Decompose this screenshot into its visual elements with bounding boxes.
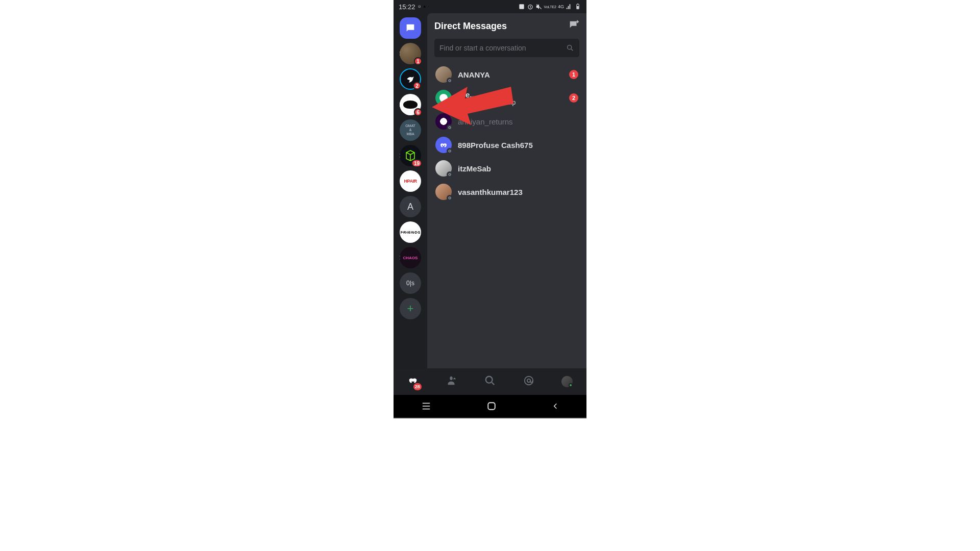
- search-icon: [566, 44, 574, 52]
- dm-row-profuse[interactable]: 898Profuse Cash675: [434, 135, 579, 155]
- signal-icon: [566, 3, 573, 10]
- svg-point-14: [524, 377, 533, 385]
- warning-icon: [423, 5, 426, 8]
- tab-search[interactable]: [484, 375, 496, 388]
- dm-list: ANANYA 1 Fre... Playing music | ;;help: [434, 64, 579, 202]
- server-badge: 6: [414, 108, 422, 116]
- bottom-tab-bar: 28: [394, 368, 586, 395]
- discord-body: 1 2 6 GMAT & MBA 19: [394, 13, 586, 368]
- dm-name: vasanthkumar123: [458, 188, 578, 196]
- nfc-icon: [518, 3, 525, 10]
- home-button[interactable]: [487, 402, 496, 411]
- tab-mentions[interactable]: [523, 375, 534, 388]
- dm-row-ananya[interactable]: ANANYA 1: [434, 64, 579, 85]
- at-icon: [523, 375, 534, 386]
- plus-icon: +: [407, 302, 414, 315]
- dm-row-fredboat[interactable]: Fre... Playing music | ;;help 2: [434, 88, 579, 108]
- new-message-icon: [568, 19, 579, 31]
- server-item-chaos[interactable]: CHAOS: [400, 247, 421, 268]
- tab-badge: 28: [413, 383, 422, 390]
- search-input[interactable]: [439, 44, 566, 52]
- image-icon: [418, 5, 421, 8]
- dm-row-itzmesab[interactable]: itzMeSab: [434, 158, 579, 179]
- server-item-ols[interactable]: 0|s: [400, 272, 421, 294]
- android-nav-bar: [394, 395, 586, 417]
- dm-activity: Playing music | ;;help: [458, 99, 563, 106]
- page-title: Direct Messages: [434, 21, 507, 32]
- svg-rect-0: [418, 6, 420, 8]
- tab-friends[interactable]: [446, 375, 457, 388]
- status-offline-icon: [447, 171, 453, 178]
- dm-name: 898Profuse Cash675: [458, 141, 578, 149]
- search-icon: [484, 375, 496, 386]
- android-status-bar: 15:22 VoLTE2 4G: [394, 0, 586, 13]
- svg-rect-6: [577, 6, 579, 9]
- svg-line-13: [492, 383, 495, 385]
- svg-rect-2: [519, 4, 524, 9]
- svg-point-15: [527, 379, 530, 382]
- tab-profile[interactable]: [561, 376, 573, 387]
- server-label: A: [407, 202, 413, 212]
- battery-icon: [574, 3, 581, 10]
- network-label: 4G: [558, 4, 564, 9]
- friends-icon: [446, 375, 457, 386]
- search-box[interactable]: [434, 39, 579, 57]
- server-label: CHAOS: [403, 256, 418, 260]
- svg-point-12: [486, 377, 493, 383]
- recents-button[interactable]: [421, 402, 431, 410]
- server-label: 0|s: [406, 280, 414, 287]
- server-item-2[interactable]: 2: [400, 68, 421, 90]
- avatar: [435, 113, 452, 130]
- status-online-icon: [569, 383, 573, 387]
- alarm-icon: [527, 3, 534, 10]
- server-item-gmat[interactable]: GMAT & MBA: [400, 119, 421, 141]
- volte-label: VoLTE2: [544, 5, 556, 9]
- server-item-ninja[interactable]: 6: [400, 94, 421, 115]
- status-offline-icon: [447, 78, 453, 84]
- dm-name: anniyan_returns: [458, 117, 578, 126]
- server-item-1[interactable]: 1: [400, 43, 421, 64]
- server-item-friends[interactable]: F·R·I·E·N·D·S: [400, 221, 421, 243]
- dm-name: Fre...: [458, 90, 563, 99]
- dm-panel: Direct Messages ANANYA 1: [427, 13, 586, 368]
- new-dm-button[interactable]: [568, 19, 579, 33]
- svg-rect-7: [577, 4, 578, 4]
- status-offline-icon: [447, 195, 453, 201]
- svg-point-11: [444, 145, 445, 146]
- svg-point-10: [442, 145, 443, 146]
- server-item-a[interactable]: A: [400, 196, 421, 217]
- avatar: [435, 160, 452, 177]
- server-item-cube[interactable]: 19: [400, 145, 421, 166]
- back-button[interactable]: [552, 402, 559, 411]
- dm-name: itzMeSab: [458, 164, 578, 173]
- server-list[interactable]: 1 2 6 GMAT & MBA 19: [394, 13, 427, 368]
- server-badge: 19: [411, 159, 422, 167]
- unread-badge: 2: [569, 93, 578, 103]
- server-label: HPAIR: [404, 179, 417, 184]
- dm-row-vasanth[interactable]: vasanthkumar123: [434, 182, 579, 202]
- chat-icon: [405, 22, 416, 34]
- status-online-icon: [447, 101, 453, 107]
- svg-rect-1: [429, 7, 429, 7]
- mute-icon: [535, 3, 543, 10]
- svg-line-9: [571, 49, 573, 51]
- status-offline-icon: [447, 124, 453, 131]
- add-server-button[interactable]: +: [400, 298, 421, 319]
- tab-home[interactable]: 28: [407, 375, 419, 388]
- dm-home-button[interactable]: [400, 17, 421, 39]
- discord-icon: [439, 140, 448, 149]
- server-badge: 2: [413, 82, 421, 90]
- status-offline-icon: [447, 148, 453, 154]
- server-label: GMAT & MBA: [405, 124, 415, 136]
- dm-row-anniyan[interactable]: anniyan_returns: [434, 111, 579, 132]
- svg-point-8: [568, 45, 572, 49]
- server-item-hpair[interactable]: HPAIR: [400, 170, 421, 192]
- dm-header: Direct Messages: [434, 19, 579, 33]
- status-time: 15:22: [399, 3, 415, 11]
- dm-name: ANANYA: [458, 70, 563, 79]
- avatar: [435, 90, 452, 106]
- server-badge: 1: [414, 57, 422, 65]
- avatar: [435, 66, 452, 83]
- check-icon: [428, 4, 429, 10]
- avatar: [435, 184, 452, 200]
